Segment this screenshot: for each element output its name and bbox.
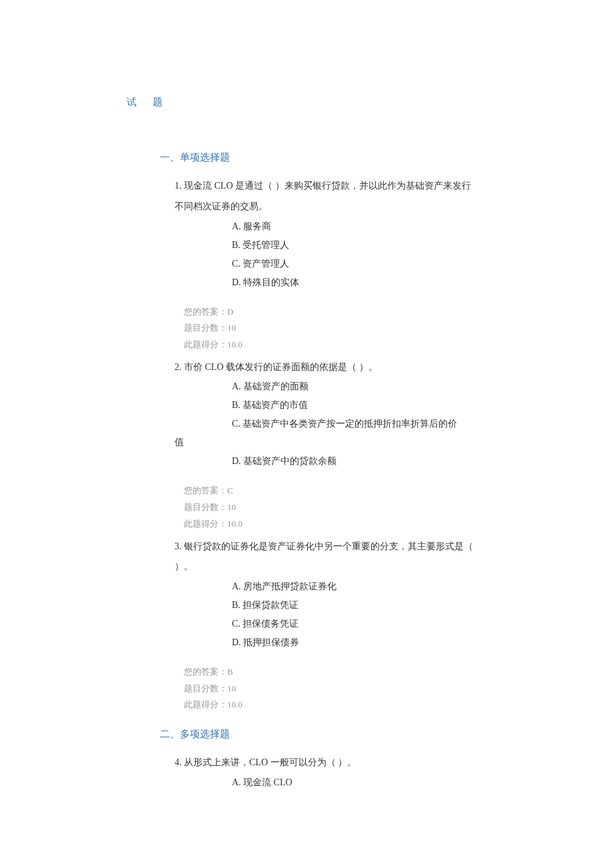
q1-your-answer: 您的答案：D xyxy=(184,304,486,321)
q3-score: 此题得分：10.0 xyxy=(184,697,486,713)
q2-option-c-line1: C. 基础资产中各类资产按一定的抵押折扣率折算后的价 xyxy=(232,415,486,433)
q2-option-b: B. 基础资产的市值 xyxy=(232,396,486,415)
q3-option-c: C. 担保债务凭证 xyxy=(232,615,486,633)
q1-option-b: B. 受托管理人 xyxy=(232,236,486,255)
q1-stem: 1. 现金流 CLO 是通过（ ）来购买银行贷款，并以此作为基础资产来发行不同档… xyxy=(175,176,473,217)
q3-points: 题目分数：10 xyxy=(184,681,486,697)
page-title: 试题 xyxy=(127,93,486,111)
section-2-heading: 二、多项选择题 xyxy=(160,725,486,743)
q1-points: 题目分数：10 xyxy=(184,320,486,337)
q2-option-a: A. 基础资产的面额 xyxy=(232,377,486,396)
q2-option-d: D. 基础资产中的贷款余额 xyxy=(232,452,486,471)
q3-option-a: A. 房地产抵押贷款证券化 xyxy=(232,577,486,596)
q2-stem: 2. 市价 CLO 载体发行的证券面额的依据是（ ）。 xyxy=(175,357,473,378)
q2-points: 题目分数：10 xyxy=(184,499,486,516)
section-1-heading: 一、单项选择题 xyxy=(160,149,486,167)
q3-option-b: B. 担保贷款凭证 xyxy=(232,596,486,615)
q4-stem: 4. 从形式上来讲，CLO 一般可以分为（ ）。 xyxy=(175,753,473,773)
q3-your-answer: 您的答案：B xyxy=(184,664,486,681)
q2-score: 此题得分：10.0 xyxy=(184,516,486,533)
q1-option-d: D. 特殊目的实体 xyxy=(232,273,486,292)
q1-score: 此题得分：10.0 xyxy=(184,337,486,353)
q3-option-d: D. 抵押担保债券 xyxy=(232,633,486,652)
q1-option-a: A. 服务商 xyxy=(232,217,486,236)
q3-stem: 3. 银行贷款的证券化是资产证券化中另一个重要的分支，其主要形式是（ ）。 xyxy=(175,537,473,578)
q2-your-answer: 您的答案：C xyxy=(184,483,486,499)
q4-option-a: A. 现金流 CLO xyxy=(232,773,486,792)
q1-option-c: C. 资产管理人 xyxy=(232,255,486,273)
q2-option-c-line2: 值 xyxy=(175,433,486,452)
